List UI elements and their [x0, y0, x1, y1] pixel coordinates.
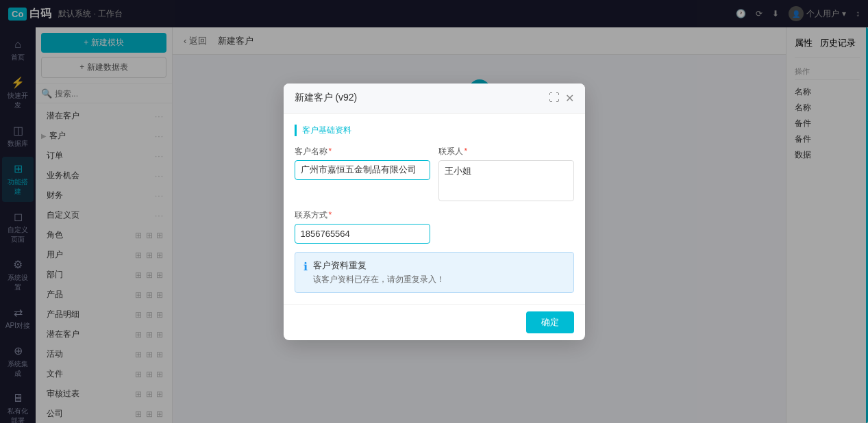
- customer-name-group: 客户名称*: [295, 146, 430, 201]
- alert-title: 客户资料重复: [313, 259, 445, 272]
- new-customer-modal: 新建客户 (v92) ⛶ ✕ 客户基础资料 客户名称* 联系人*: [284, 84, 585, 340]
- modal-footer: 确定: [284, 304, 585, 340]
- customer-name-label: 客户名称*: [295, 146, 430, 157]
- modal-overlay: 新建客户 (v92) ⛶ ✕ 客户基础资料 客户名称* 联系人*: [0, 0, 868, 423]
- confirm-button[interactable]: 确定: [526, 311, 574, 333]
- modal-expand-icon[interactable]: ⛶: [549, 92, 560, 105]
- contact-input[interactable]: 王小姐: [438, 160, 574, 201]
- modal-header: 新建客户 (v92) ⛶ ✕: [284, 84, 585, 114]
- modal-header-actions: ⛶ ✕: [549, 92, 574, 105]
- alert-info-icon: ℹ: [303, 260, 308, 273]
- contact-method-label: 联系方式*: [295, 209, 430, 221]
- customer-name-input[interactable]: [295, 160, 430, 180]
- spacer-group: [438, 209, 574, 244]
- contact-label: 联系人*: [438, 146, 574, 157]
- contact-group: 联系人* 王小姐: [438, 146, 574, 201]
- form-row-2: 联系方式*: [295, 209, 574, 244]
- modal-title: 新建客户 (v92): [295, 92, 358, 104]
- alert-box: ℹ 客户资料重复 该客户资料已存在，请勿重复录入！: [295, 252, 574, 293]
- form-row-1: 客户名称* 联系人* 王小姐: [295, 146, 574, 201]
- modal-body: 客户基础资料 客户名称* 联系人* 王小姐: [284, 114, 585, 304]
- alert-content: 客户资料重复 该客户资料已存在，请勿重复录入！: [313, 259, 445, 285]
- contact-method-group: 联系方式*: [295, 209, 430, 244]
- section-label: 客户基础资料: [295, 125, 574, 136]
- contact-method-input[interactable]: [295, 224, 430, 244]
- modal-close-button[interactable]: ✕: [565, 92, 574, 105]
- alert-desc: 该客户资料已存在，请勿重复录入！: [313, 274, 445, 285]
